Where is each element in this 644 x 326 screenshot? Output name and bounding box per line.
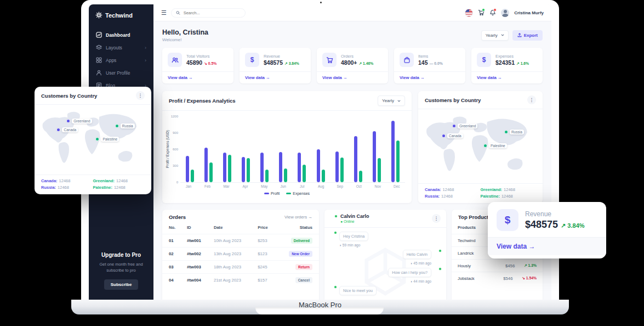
sidebar-item-apps[interactable]: Apps› (89, 54, 153, 66)
view-orders-link[interactable]: View orders → (284, 215, 312, 220)
view-data-link[interactable]: View data → (488, 237, 606, 255)
search-input[interactable] (183, 10, 241, 16)
x-tick: Jun (278, 184, 288, 188)
bar-group-feb[interactable] (204, 116, 213, 182)
x-tick: Apr (241, 184, 250, 188)
chevron-down-icon (397, 99, 401, 103)
users-icon (168, 53, 182, 67)
brand[interactable]: Techwind (89, 4, 153, 24)
bar-expenses (247, 158, 250, 182)
chat-message-in: Nice to meet you (329, 286, 441, 295)
sidebar-item-layouts[interactable]: Layouts› (89, 41, 153, 54)
brand-name: Techwind (105, 12, 133, 19)
map: Greenland Canada Russia Palestine (423, 111, 538, 181)
subscribe-button[interactable]: Subscribe (104, 279, 139, 290)
map-marker-russia[interactable]: Russia (504, 130, 524, 134)
map-marker-greenland[interactable]: Greenland (66, 119, 92, 123)
view-data-link[interactable]: View data → (162, 71, 233, 83)
chat-messages: Hey Cristina◗ 59 min agoHello Calvin◗ 45… (324, 228, 446, 300)
bar-group-apr[interactable] (242, 116, 250, 182)
map: Greenland Canada Russia Palestine (39, 107, 147, 172)
search-box[interactable] (171, 8, 246, 18)
bar-profit (298, 153, 301, 182)
map-marker-palestine[interactable]: Palestine (483, 143, 507, 148)
product-row-hously[interactable]: Hously $456 ↗ 1.3% (452, 259, 543, 272)
view-data-link[interactable]: View data → (394, 71, 465, 83)
chat-card: Calvin Carlo ● Online ⋮ (324, 210, 446, 300)
bar-group-sep[interactable] (335, 116, 344, 182)
bar-group-nov[interactable] (373, 116, 381, 182)
legend-canada: Canada:12468 (41, 178, 93, 183)
bar-profit (279, 152, 282, 182)
map-marker-canada[interactable]: Canada (56, 127, 78, 132)
bar-profit (335, 151, 339, 182)
analytics-period-select[interactable]: Yearly (378, 95, 405, 106)
analytics-title: Profit / Expenses Analytics (169, 98, 236, 104)
orders-col-date: Date (210, 221, 254, 234)
bar-group-jul[interactable] (298, 116, 306, 182)
user-avatar[interactable] (501, 9, 509, 17)
stat-value: 45890↘ 0.5% (186, 59, 216, 66)
order-row-04[interactable]: 04#tw004 21st Aug 2023$157 Cancel (162, 274, 319, 287)
sidebar-item-user-profile[interactable]: User Profile (89, 66, 153, 79)
bar-group-aug[interactable] (317, 116, 325, 182)
cart-icon[interactable] (478, 9, 485, 16)
language-flag-icon[interactable] (465, 9, 473, 17)
bar-expenses (284, 168, 287, 182)
bar-group-mar[interactable] (223, 116, 231, 182)
orders-title: Orders (169, 214, 186, 220)
bar-group-may[interactable] (260, 116, 269, 182)
order-row-01[interactable]: 01#tw001 10th Aug 2023$253 Delivered (162, 234, 319, 248)
product-row-jobstack[interactable]: Jobstack $546 ↘ 1.54% (452, 272, 543, 284)
map-marker-canada[interactable]: Canada (442, 133, 463, 138)
bag-icon (400, 53, 414, 67)
export-icon (517, 33, 522, 37)
x-tick: Jul (297, 184, 307, 188)
customers-title: Customers by Country (41, 93, 97, 99)
order-row-02[interactable]: 02#tw002 13th Aug 2023$123 New Order (162, 248, 319, 261)
x-tick: Nov (373, 184, 383, 188)
greeting-row: Hello, Cristina Welcome! Yearly (162, 26, 543, 44)
view-data-link[interactable]: View data → (317, 71, 388, 83)
view-data-link[interactable]: View data → (471, 71, 543, 83)
bar-expenses (191, 170, 194, 182)
country-legend: Canada:12468Greenland:12468Russia:12468P… (418, 183, 543, 203)
bar-group-dec[interactable] (391, 116, 400, 182)
kebab-menu-icon[interactable]: ⋮ (136, 91, 145, 100)
stat-label: Revenue (264, 54, 299, 59)
legend-greenland: Greenland:12468 (481, 187, 537, 192)
map-marker-russia[interactable]: Russia (115, 123, 135, 128)
period-select[interactable]: Yearly (481, 30, 509, 41)
chat-menu-icon[interactable]: ⋮ (432, 214, 441, 223)
order-row-03[interactable]: 03#tw003 18th Aug 2023$245 Return (162, 261, 319, 274)
bar-group-oct[interactable] (354, 116, 362, 182)
stat-card-orders: Orders 4800+↗ 1.46% View data → (317, 48, 388, 83)
status-badge: Return (295, 264, 312, 270)
message-avatar (329, 232, 337, 239)
stat-value: $24351↗ 1.6% (495, 59, 529, 66)
bar-expenses (303, 165, 306, 182)
map-marker-palestine[interactable]: Palestine (95, 137, 119, 142)
export-button[interactable]: Export (512, 30, 543, 41)
stat-change: — 0.0% (430, 61, 443, 65)
mid-row: Profit / Expenses Analytics Yearly Profi… (162, 91, 543, 203)
bell-icon[interactable] (489, 9, 496, 16)
bar-expenses (228, 155, 231, 182)
dollar-icon: $ (477, 53, 491, 67)
bar-profit (204, 148, 208, 182)
export-label: Export (524, 33, 538, 38)
upgrade-panel: Upgrade to Pro Get one month free and su… (89, 244, 153, 300)
bar-group-jun[interactable] (279, 116, 287, 182)
bar-profit (186, 156, 189, 182)
stage: Techwind Dashboard Layouts› Apps› User P… (0, 0, 644, 326)
map-marker-greenland[interactable]: Greenland (452, 123, 477, 128)
legend-expenses: Expenses (286, 192, 310, 195)
bar-expenses (359, 171, 362, 182)
world-map (39, 107, 147, 172)
kebab-menu-icon[interactable]: ⋮ (527, 95, 536, 104)
bar-group-jan[interactable] (186, 116, 194, 182)
dashboard-app: Techwind Dashboard Layouts› Apps› User P… (89, 4, 551, 300)
hamburger-menu-icon[interactable]: ☰ (161, 10, 167, 16)
view-data-link[interactable]: View data → (240, 71, 311, 83)
sidebar-item-dashboard[interactable]: Dashboard (89, 29, 153, 41)
